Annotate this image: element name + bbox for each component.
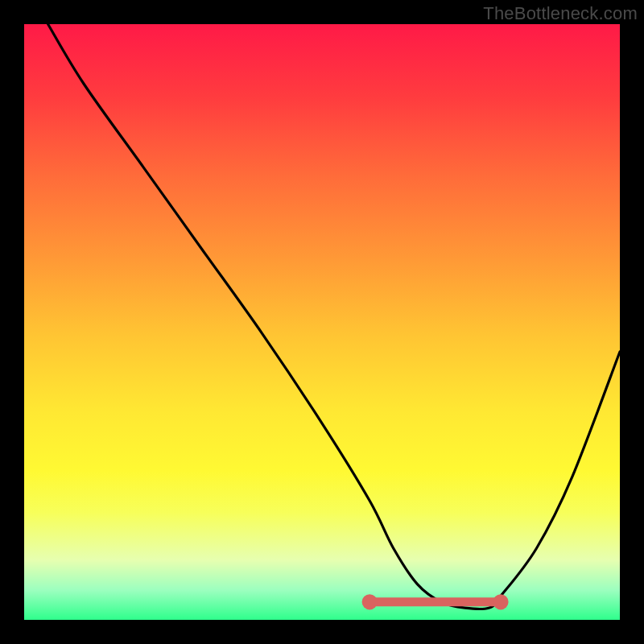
attribution-label: TheBottleneck.com	[483, 3, 638, 24]
chart-frame: TheBottleneck.com	[0, 0, 644, 644]
chart-gradient-background	[24, 24, 620, 620]
